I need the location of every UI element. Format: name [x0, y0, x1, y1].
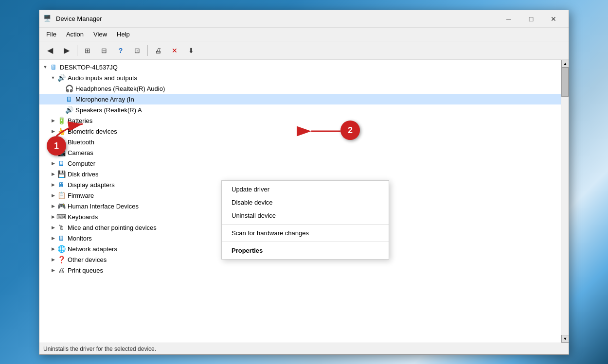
biometric-expand[interactable]: ▶: [49, 127, 57, 135]
headphone-icon: 🎧: [65, 84, 73, 93]
status-text: Uninstalls the driver for the selected d…: [43, 346, 156, 352]
computer-label: Computer: [68, 160, 95, 167]
vertical-scrollbar[interactable]: ▲ ▼: [561, 60, 569, 343]
scrollbar-down[interactable]: ▼: [561, 335, 569, 343]
maximize-button[interactable]: □: [520, 10, 542, 28]
ctx-disable-device[interactable]: Disable device: [222, 196, 389, 209]
device-manager-icon-1[interactable]: ⊞: [80, 43, 95, 58]
print-icon[interactable]: 🖨: [150, 43, 166, 58]
mice-icon: 🖱: [57, 223, 66, 232]
ctx-scan-hardware[interactable]: Scan for hardware changes: [222, 226, 389, 240]
ctx-properties[interactable]: Properties: [222, 244, 389, 257]
audio-label: Audio inputs and outputs: [68, 74, 137, 82]
ctx-update-driver[interactable]: Update driver: [222, 183, 389, 196]
title-bar: 🖥️ Device Manager ─ □ ✕: [39, 10, 569, 28]
main-content: ▼ 🖥 DESKTOP-4L537JQ ▼ 🔊 Audio inputs and…: [39, 60, 569, 343]
battery-icon: 🔋: [57, 116, 66, 125]
tree-computer[interactable]: ▶ 🖥 Computer: [39, 158, 561, 169]
ctx-divider-1: [222, 224, 389, 225]
biometric-label: Biometric devices: [68, 128, 117, 135]
status-bar: Uninstalls the driver for the selected d…: [39, 343, 569, 354]
forward-button[interactable]: ▶: [59, 43, 74, 58]
print-icon: 🖨: [57, 266, 66, 275]
tree-disk[interactable]: ▶ 💾 Disk drives: [39, 169, 561, 179]
tree-microphone[interactable]: 🖥 Microphone Array (In: [39, 94, 561, 104]
root-label: DESKTOP-4L537JQ: [60, 64, 118, 71]
monitor-icon: 🖥: [57, 234, 66, 243]
headphone-spacer: [57, 85, 65, 92]
microphone-label: Microphone Array (In: [75, 96, 134, 103]
monitors-label: Monitors: [68, 235, 92, 242]
scrollbar-thumb[interactable]: [561, 68, 569, 97]
audio-icon: 🔊: [57, 73, 66, 82]
back-button[interactable]: ◀: [42, 43, 58, 58]
batteries-label: Batteries: [68, 117, 92, 124]
minimize-button[interactable]: ─: [498, 10, 520, 28]
window-title: Device Manager: [56, 15, 498, 22]
device-manager-icon-2[interactable]: ⊟: [96, 43, 112, 58]
computer-expand[interactable]: ▶: [49, 159, 57, 167]
network-expand[interactable]: ▶: [49, 245, 57, 253]
mice-label: Mice and other pointing devices: [68, 224, 157, 231]
other-label: Other devices: [68, 256, 107, 263]
tree-audio-group[interactable]: ▼ 🔊 Audio inputs and outputs: [39, 72, 561, 83]
tree-panel[interactable]: ▼ 🖥 DESKTOP-4L537JQ ▼ 🔊 Audio inputs and…: [39, 60, 561, 343]
headphone-label: Headphones (Realtek(R) Audio): [75, 85, 165, 92]
device-manager-window: 🖥️ Device Manager ─ □ ✕ File Action View…: [39, 10, 569, 355]
tree-speakers[interactable]: 🔊 Speakers (Realtek(R) A: [39, 104, 561, 115]
download-icon[interactable]: ⬇: [183, 43, 199, 58]
menu-view[interactable]: View: [89, 30, 112, 39]
computer-icon: 🖥: [49, 63, 58, 71]
cameras-label: Cameras: [68, 149, 93, 156]
tree-print[interactable]: ▶ 🖨 Print queues: [39, 265, 561, 276]
keyboard-icon: ⌨: [57, 212, 66, 221]
hid-label: Human Interface Devices: [68, 203, 139, 210]
audio-expand[interactable]: ▼: [49, 74, 57, 82]
print-expand[interactable]: ▶: [49, 266, 57, 274]
firmware-label: Firmware: [68, 192, 94, 199]
network-icon: 🌐: [57, 244, 66, 253]
scrollbar-track[interactable]: [561, 68, 569, 335]
delete-icon[interactable]: ✕: [167, 43, 182, 58]
speaker-spacer: [57, 106, 65, 114]
tree-bluetooth[interactable]: ▶ ⬡ Bluetooth: [39, 137, 561, 147]
menu-action[interactable]: Action: [61, 30, 89, 39]
close-button[interactable]: ✕: [542, 10, 565, 28]
root-expand[interactable]: ▼: [41, 63, 49, 71]
window-controls: ─ □ ✕: [498, 10, 565, 28]
ctx-uninstall-device[interactable]: Uninstall device: [222, 209, 389, 222]
microphone-icon: 🖥: [65, 95, 73, 104]
monitors-expand[interactable]: ▶: [49, 234, 57, 242]
help-icon[interactable]: ?: [113, 43, 128, 58]
properties-icon[interactable]: ⊡: [129, 43, 145, 58]
scrollbar-up[interactable]: ▲: [561, 60, 569, 68]
other-expand[interactable]: ▶: [49, 256, 57, 263]
menu-file[interactable]: File: [41, 30, 61, 39]
annotation-circle-2: 2: [340, 121, 360, 140]
hid-expand[interactable]: ▶: [49, 202, 57, 210]
batteries-expand[interactable]: ▶: [49, 117, 57, 124]
ctx-divider-2: [222, 242, 389, 242]
tree-headphones[interactable]: 🎧 Headphones (Realtek(R) Audio): [39, 83, 561, 94]
toolbar: ◀ ▶ ⊞ ⊟ ? ⊡ 🖨 ✕ ⬇: [39, 41, 569, 60]
tree-biometric[interactable]: ▶ 👆 Biometric devices: [39, 126, 561, 137]
firmware-icon: 📋: [57, 191, 66, 200]
mice-expand[interactable]: ▶: [49, 224, 57, 231]
context-menu: Update driver Disable device Uninstall d…: [221, 180, 389, 260]
disk-label: Disk drives: [68, 171, 99, 178]
disk-icon: 💾: [57, 170, 66, 178]
tree-cameras[interactable]: ▶ 📷 Cameras: [39, 147, 561, 158]
other-icon: ❓: [57, 255, 66, 264]
keyboards-expand[interactable]: ▶: [49, 213, 57, 221]
keyboards-label: Keyboards: [68, 213, 98, 221]
firmware-expand[interactable]: ▶: [49, 191, 57, 199]
tree-batteries[interactable]: ▶ 🔋 Batteries: [39, 115, 561, 126]
computer-group-icon: 🖥: [57, 159, 66, 168]
display-expand[interactable]: ▶: [49, 181, 57, 189]
menu-help[interactable]: Help: [112, 30, 135, 39]
annotation-circle-1: 1: [47, 136, 66, 156]
disk-expand[interactable]: ▶: [49, 170, 57, 178]
bluetooth-label: Bluetooth: [68, 139, 94, 146]
toolbar-separator-2: [147, 45, 148, 56]
tree-root[interactable]: ▼ 🖥 DESKTOP-4L537JQ: [39, 62, 561, 72]
